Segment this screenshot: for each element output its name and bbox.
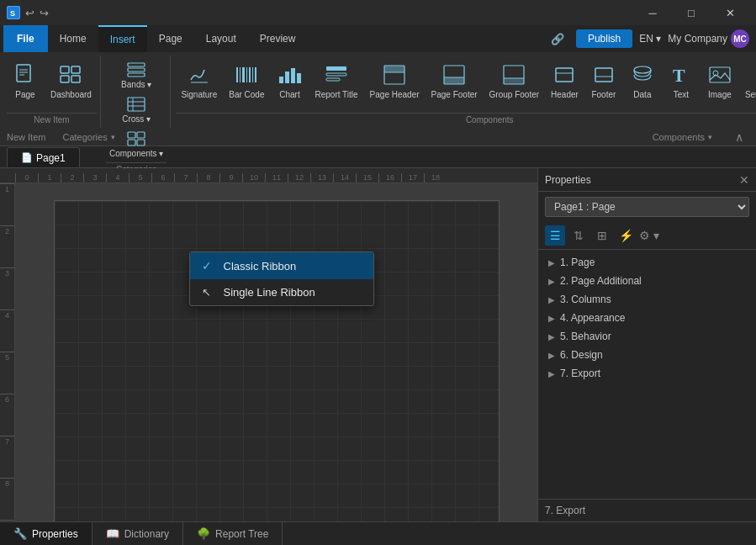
tab-page[interactable]: Page <box>147 25 194 52</box>
ruler-mark-v-5: 5 <box>0 352 14 394</box>
tab-file[interactable]: File <box>3 25 48 52</box>
prop-item-appearance[interactable]: ▶ 4. Appearance <box>538 309 756 327</box>
prop-item-behavior[interactable]: ▶ 5. Behavior <box>538 327 756 346</box>
ribbon-item-page-footer[interactable]: Page Footer <box>426 59 483 103</box>
undo-button[interactable]: ↩ <box>25 7 34 19</box>
props-category-button[interactable]: ⊞ <box>592 225 612 246</box>
doc-tab-page1[interactable]: 📄 Page1 <box>7 147 80 167</box>
footer-icon <box>590 61 617 88</box>
ribbon-item-setup-toolbox[interactable]: Setup Toolbox <box>740 59 756 103</box>
context-menu-item-single[interactable]: ↖ Single Line Ribbon <box>190 279 373 305</box>
ribbon-group-new-item: Page Dashboard New Item <box>3 56 101 128</box>
svg-rect-37 <box>384 66 404 72</box>
prop-label-page: 1. Page <box>560 257 595 268</box>
properties-header: Properties ✕ <box>538 168 756 192</box>
properties-dropdown: Page1 : Page <box>545 197 749 217</box>
bottom-tab-report-tree[interactable]: 🌳 Report Tree <box>183 522 283 545</box>
ribbon-item-group-footer[interactable]: Group Footer <box>484 59 544 103</box>
page-area: ✓ Classic Ribbon ↖ Single Line Ribbon <box>54 200 500 521</box>
tab-insert[interactable]: Insert <box>98 25 147 52</box>
svg-rect-8 <box>61 76 69 82</box>
props-event-button[interactable]: ⚡ <box>616 225 636 246</box>
properties-close-button[interactable]: ✕ <box>739 173 749 187</box>
ribbon-item-page-header[interactable]: Page Header <box>365 59 425 103</box>
image-icon <box>706 61 733 88</box>
ribbon-item-bands[interactable]: Bands ▾ <box>106 59 167 92</box>
app-icon: S <box>7 6 20 19</box>
tab-layout[interactable]: Layout <box>194 25 248 52</box>
context-menu-item-classic[interactable]: ✓ Classic Ribbon <box>190 252 373 279</box>
minimize-button[interactable]: ─ <box>633 0 672 25</box>
redo-button[interactable]: ↪ <box>40 7 49 19</box>
prop-item-design[interactable]: ▶ 6. Design <box>538 346 756 364</box>
prop-label-page-additional: 2. Page Additional <box>560 275 642 287</box>
company-button[interactable]: My Company MC <box>668 29 749 48</box>
ribbon-item-barcode[interactable]: Bar Code <box>224 59 269 103</box>
maximize-button[interactable]: □ <box>672 0 711 25</box>
properties-tab-icon: 🔧 <box>13 527 27 540</box>
tab-preview[interactable]: Preview <box>248 25 308 52</box>
props-sort-button[interactable]: ⇅ <box>568 225 589 246</box>
ribbon-item-footer[interactable]: Footer <box>585 59 622 103</box>
svg-rect-23 <box>240 67 241 82</box>
ruler-mark-3: 3 <box>83 173 106 183</box>
window-controls: ─ □ ✕ <box>633 0 749 25</box>
ribbon-collapse-button[interactable]: ∧ <box>729 127 749 147</box>
ribbon-item-page[interactable]: Page <box>7 59 44 103</box>
share-button[interactable]: 🔗 <box>546 26 569 51</box>
ribbon-item-signature[interactable]: Signature <box>176 59 222 103</box>
tab-home[interactable]: Home <box>48 25 98 52</box>
prop-label-appearance: 4. Appearance <box>560 312 625 324</box>
ribbon-item-header[interactable]: Header <box>546 59 584 103</box>
dashboard-icon <box>57 61 84 88</box>
ruler-mark-7: 7 <box>174 173 197 183</box>
ribbon-item-image[interactable]: Image <box>701 59 738 103</box>
ribbon-item-cross[interactable]: Cross ▾ <box>106 93 167 126</box>
ribbon-item-text[interactable]: T Text <box>663 59 700 103</box>
canvas-content[interactable]: ✓ Classic Ribbon ↖ Single Line Ribbon <box>15 183 537 521</box>
props-gear-button[interactable]: ⚙ ▾ <box>639 225 659 246</box>
barcode-label: Bar Code <box>229 90 264 100</box>
bottom-tab-dictionary[interactable]: 📖 Dictionary <box>93 522 183 545</box>
canvas-wrapper: 0 1 2 3 4 5 6 7 8 9 10 11 12 13 14 15 16… <box>0 168 537 521</box>
svg-rect-45 <box>556 68 573 82</box>
close-button[interactable]: ✕ <box>711 0 749 25</box>
props-list-button[interactable]: ☰ <box>545 225 565 246</box>
prop-item-page[interactable]: ▶ 1. Page <box>538 253 756 272</box>
ruler-mark-v-2: 2 <box>0 225 14 267</box>
prop-label-behavior: 5. Behavior <box>560 331 611 342</box>
doc-tab-label: Page1 <box>36 152 66 164</box>
ruler-mark-2: 2 <box>61 173 83 183</box>
dictionary-tab-icon: 📖 <box>106 527 119 540</box>
ribbon-item-dashboard[interactable]: Dashboard <box>45 59 97 103</box>
svg-rect-30 <box>285 71 289 83</box>
ruler-mark-8: 8 <box>197 173 219 183</box>
prop-item-page-additional[interactable]: ▶ 2. Page Additional <box>538 272 756 290</box>
ruler-mark-9: 9 <box>219 173 242 183</box>
publish-button[interactable]: Publish <box>576 29 632 48</box>
components-arrow: ▾ <box>708 133 712 141</box>
prop-item-columns[interactable]: ▶ 3. Columns <box>538 290 756 309</box>
ribbon-item-data[interactable]: Data <box>624 59 661 103</box>
canvas-body: 1 2 3 4 5 6 7 8 9 10 11 ✓ Classic <box>0 183 537 521</box>
properties-page-select[interactable]: Page1 : Page <box>545 197 749 217</box>
svg-rect-17 <box>128 132 135 138</box>
svg-rect-7 <box>71 66 80 73</box>
ruler-mark-15: 15 <box>356 173 378 183</box>
dashboard-label: Dashboard <box>50 90 92 100</box>
bottom-tab-properties[interactable]: 🔧 Properties <box>0 522 93 545</box>
image-label: Image <box>708 90 732 100</box>
new-item-label: New Item <box>7 132 45 142</box>
ribbon-item-components[interactable]: Components ▾ <box>106 128 167 161</box>
single-line-ribbon-label: Single Line Ribbon <box>224 286 315 299</box>
svg-text:S: S <box>10 9 15 18</box>
prop-item-export[interactable]: ▶ 7. Export <box>538 364 756 383</box>
ribbon-item-report-title[interactable]: Report Title <box>309 59 362 103</box>
components-icon <box>127 130 145 148</box>
components-group-items: Signature Bar Code Chart Report Title <box>176 56 756 111</box>
ruler-mark-0: 0 <box>15 173 38 183</box>
page-header-label: Page Header <box>370 90 420 100</box>
ribbon-item-chart[interactable]: Chart <box>271 59 308 103</box>
svg-rect-18 <box>137 132 145 138</box>
lang-button[interactable]: EN ▾ <box>639 33 661 45</box>
